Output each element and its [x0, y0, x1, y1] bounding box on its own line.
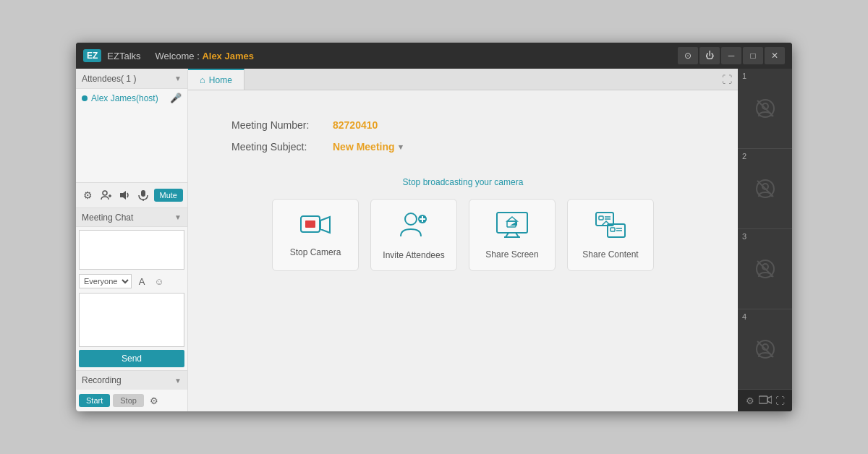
chat-dropdown-arrow[interactable]: ▼ — [174, 213, 182, 221]
attendee-name: Alex James(host) — [91, 93, 166, 103]
no-video-icon-2 — [738, 149, 792, 228]
app-name: EZTalks — [107, 51, 140, 61]
meeting-number-label: Meeting Number: — [231, 119, 333, 131]
power-button[interactable]: ⏻ — [699, 47, 720, 64]
expand-button[interactable]: ⛶ — [716, 69, 738, 90]
stop-camera-button[interactable]: Stop Camera — [272, 199, 359, 271]
action-buttons: Stop Camera Invite Attendees — [188, 199, 738, 271]
share-content-button[interactable]: Share Content — [567, 199, 654, 271]
invite-attendees-label: Invite Attendees — [383, 250, 444, 260]
minimize-button[interactable]: ─ — [721, 47, 741, 64]
attendees-dropdown-arrow[interactable]: ▼ — [174, 74, 182, 82]
mute-button[interactable]: Mute — [154, 189, 183, 202]
attendees-label: Attendees( 1 ) — [82, 74, 136, 84]
chat-options: Everyone A ☺ — [76, 273, 187, 290]
video-slot-4: 4 — [738, 309, 792, 390]
right-panel: 1 2 — [738, 69, 792, 411]
send-button[interactable]: Send — [79, 350, 184, 367]
svg-rect-4 — [141, 190, 145, 197]
recording-controls: Start Stop ⚙ — [76, 390, 187, 411]
recording-start-button[interactable]: Start — [79, 394, 110, 407]
svg-point-0 — [103, 191, 107, 195]
slot-number-1: 1 — [742, 72, 746, 80]
recipient-select[interactable]: Everyone — [79, 274, 132, 288]
recording-header: Recording ▼ — [76, 371, 187, 390]
svg-rect-21 — [599, 216, 603, 220]
title-bar: EZ EZTalks Welcome : Alex James ⊙ ⏻ ─ □ … — [76, 43, 792, 69]
share-screen-icon — [495, 211, 529, 242]
right-bottom-bar: ⚙ ⛶ — [738, 390, 792, 411]
welcome-text: Welcome : Alex James — [156, 51, 254, 61]
close-button[interactable]: ✕ — [765, 47, 785, 64]
settings-window-button[interactable]: ⊙ — [678, 47, 698, 64]
share-content-icon — [595, 211, 626, 242]
video-slot-1: 1 — [738, 69, 792, 149]
svg-point-9 — [405, 213, 417, 225]
attendee-item: Alex James(host) 🎤 — [76, 89, 187, 107]
right-expand-button[interactable]: ⛶ — [773, 393, 788, 408]
format-button[interactable]: A — [135, 274, 149, 288]
share-content-label: Share Content — [582, 249, 638, 260]
no-video-icon-3 — [738, 229, 792, 309]
meeting-subject-row: Meeting Subject: New Meeting ▾ — [231, 141, 694, 153]
share-screen-label: Share Screen — [485, 249, 538, 260]
tab-home[interactable]: ⌂ Home — [188, 69, 244, 90]
meeting-number-row: Meeting Number: 82720410 — [231, 119, 694, 131]
svg-rect-25 — [610, 228, 615, 231]
svg-marker-19 — [507, 217, 517, 221]
app-window: EZ EZTalks Welcome : Alex James ⊙ ⏻ ─ □ … — [76, 43, 792, 411]
svg-marker-41 — [767, 396, 772, 403]
tab-home-label: Home — [209, 75, 232, 85]
no-video-icon-1 — [738, 69, 792, 148]
stop-camera-label: Stop Camera — [290, 247, 341, 257]
chat-label: Meeting Chat — [82, 213, 133, 223]
chat-header: Meeting Chat ▼ — [76, 208, 187, 227]
camera-status[interactable]: Stop broadcasting your camera — [188, 177, 738, 187]
recording-settings-button[interactable]: ⚙ — [147, 393, 161, 408]
slot-number-2: 2 — [742, 152, 746, 160]
svg-marker-3 — [120, 191, 126, 200]
sidebar-toolbar: ⚙ — [76, 182, 187, 208]
recording-label: Recording — [82, 375, 122, 385]
invite-attendees-button[interactable]: Invite Attendees — [370, 199, 457, 271]
window-controls: ⊙ ⏻ ─ □ ✕ — [678, 47, 785, 64]
svg-rect-13 — [497, 213, 527, 233]
video-slot-2: 2 — [738, 149, 792, 229]
video-slot-3: 3 — [738, 229, 792, 309]
svg-marker-8 — [320, 217, 330, 233]
emoji-button[interactable]: ☺ — [152, 274, 166, 288]
chat-input[interactable] — [79, 230, 184, 270]
speaker-button[interactable] — [117, 187, 132, 204]
subject-dropdown[interactable]: ▾ — [399, 142, 403, 152]
maximize-button[interactable]: □ — [743, 47, 763, 64]
meeting-subject-value: New Meeting ▾ — [333, 141, 403, 153]
add-participant-button[interactable] — [98, 187, 114, 204]
recording-stop-button[interactable]: Stop — [113, 394, 144, 407]
stop-camera-icon — [299, 213, 331, 240]
meeting-subject-label: Meeting Subject: — [231, 141, 333, 153]
attendee-status-dot — [82, 95, 88, 101]
right-settings-button[interactable]: ⚙ — [742, 393, 757, 408]
recording-section: Recording ▼ Start Stop ⚙ — [76, 370, 187, 411]
home-icon: ⌂ — [200, 74, 205, 85]
mic-button[interactable] — [135, 187, 150, 204]
app-logo: EZ — [83, 49, 101, 62]
user-name: Alex James — [202, 51, 254, 61]
recording-dropdown-arrow[interactable]: ▼ — [174, 377, 182, 385]
microphone-icon: 🎤 — [170, 93, 182, 103]
no-video-icon-4 — [738, 309, 792, 389]
sidebar: Attendees( 1 ) ▼ Alex James(host) 🎤 ⚙ — [76, 69, 188, 411]
chat-section: Meeting Chat ▼ Everyone A ☺ Send — [76, 208, 187, 370]
center-panel: ⌂ Home ⛶ Meeting Number: 82720410 Meetin… — [188, 69, 738, 411]
meeting-info: Meeting Number: 82720410 Meeting Subject… — [188, 90, 738, 177]
svg-rect-7 — [305, 220, 315, 228]
settings-button[interactable]: ⚙ — [80, 187, 95, 204]
meeting-number-value: 82720410 — [333, 119, 378, 131]
invite-attendees-icon — [398, 210, 430, 243]
slot-number-4: 4 — [742, 312, 746, 321]
right-camera-button[interactable] — [757, 393, 773, 408]
share-screen-button[interactable]: Share Screen — [469, 199, 556, 271]
tab-bar: ⌂ Home ⛶ — [188, 69, 738, 90]
attendees-header: Attendees( 1 ) ▼ — [76, 69, 187, 89]
svg-rect-40 — [759, 396, 767, 403]
